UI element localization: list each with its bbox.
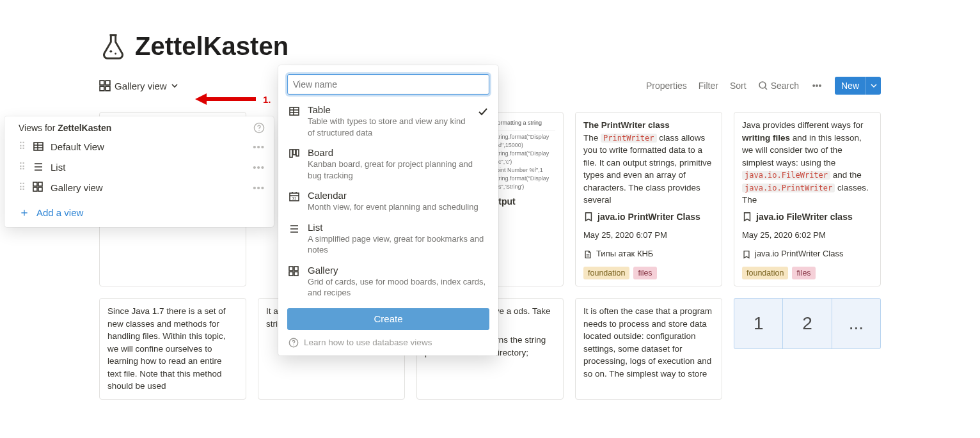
search-icon [758,81,768,91]
pager-cell[interactable]: 1 [734,299,783,348]
view-bar-actions: Properties Filter Sort Search ••• New [646,77,881,95]
option-name: Calendar [308,190,488,201]
svg-rect-10 [33,182,37,186]
svg-rect-4 [100,86,104,91]
table-icon [288,106,300,117]
views-panel-item[interactable]: ⠿ List ••• [4,157,274,177]
view-type-option[interactable]: Table Table with types to store and view… [278,100,498,143]
card-snippet: Java provides different ways for writing… [742,119,873,207]
gallery-icon [288,266,300,278]
svg-point-25 [293,345,294,345]
search-button[interactable]: Search [758,81,799,91]
board-icon [288,148,300,160]
views-panel-item[interactable]: ⠿ Gallery view ••• [4,177,274,198]
calendar-icon: 31 [288,191,300,203]
plus-icon: ＋ [19,205,30,220]
svg-rect-11 [38,182,42,186]
svg-rect-14 [290,107,299,115]
svg-rect-20 [289,267,293,270]
current-view-switcher[interactable]: Gallery view [99,80,178,91]
card-date: May 25, 2020 6:02 PM [742,230,873,242]
footer-label: Learn how to use database views [304,338,432,347]
svg-rect-13 [38,187,42,191]
properties-link[interactable]: Properties [646,81,687,91]
option-desc: Month view, for event planning and sched… [308,201,488,213]
svg-rect-21 [294,267,298,270]
pager-cell[interactable]: ... [832,299,880,348]
gallery-card[interactable]: It is often the case that a program need… [575,298,722,400]
card-date: May 25, 2020 6:07 PM [583,230,714,242]
card-snippet: The PrintWriter class allows you to writ… [583,132,714,207]
option-name: List [308,222,488,233]
add-view-button[interactable]: ＋ Add a view [4,198,274,227]
card-link: Типы атак КНБ [583,248,714,260]
table-icon [33,141,44,152]
create-view-label: Create [374,313,402,324]
card-title: java.io PrintWriter Class [583,210,714,223]
view-type-option[interactable]: Gallery Grid of cards, use for mood boar… [278,260,498,303]
option-desc: Kanban board, great for project planning… [308,159,488,181]
drag-handle-icon[interactable]: ⠿ [19,182,26,193]
pager-cell[interactable]: 2 [783,299,832,348]
views-panel-title-prefix: Views for [19,123,58,133]
help-icon [288,338,299,348]
svg-rect-5 [106,86,110,91]
gallery-card[interactable]: Java provides different ways for writing… [734,112,881,286]
views-panel-header: Views for ZettelKasten [4,116,274,136]
views-panel-item[interactable]: ⠿ Default View ••• [4,136,274,157]
filter-link[interactable]: Filter [699,81,718,91]
view-type-panel: Table Table with types to store and view… [278,65,498,356]
views-panel-title-name: ZettelKasten [58,123,111,133]
option-desc: Table with types to store and view any k… [308,116,470,138]
doc-icon [583,250,592,259]
help-icon[interactable] [253,122,265,134]
gallery-icon [99,80,111,91]
gallery-card[interactable]: The PrintWriter classThe PrintWriter cla… [575,112,722,286]
option-desc: Grid of cards, use for mood boards, inde… [308,276,488,299]
svg-rect-16 [293,150,296,155]
page-title: ZettelKasten [135,32,288,61]
option-desc: A simplified page view, great for bookma… [308,233,488,256]
current-view-label: Gallery view [115,81,167,91]
option-name: Table [308,104,470,115]
card-snippet: The PrintWriter class [583,119,714,132]
list-icon [33,161,44,173]
svg-rect-3 [106,81,110,85]
gallery-icon [33,182,44,193]
type-panel-footer[interactable]: Learn how to use database views [278,334,498,349]
svg-point-1 [115,52,116,54]
view-type-option[interactable]: 31 Calendar Month view, for event planni… [278,185,498,217]
view-type-option[interactable]: Board Kanban board, great for project pl… [278,143,498,185]
drag-handle-icon[interactable]: ⠿ [19,141,26,152]
chevron-down-icon [171,82,178,90]
svg-point-0 [110,50,113,52]
more-menu-button[interactable]: ••• [810,81,823,91]
add-view-label: Add a view [36,207,83,218]
card-title: java.io FileWriter class [742,210,873,223]
bookmark-icon [583,212,594,222]
create-view-button[interactable]: Create [287,308,489,330]
svg-rect-2 [100,81,104,85]
new-dropdown-button[interactable] [865,77,881,95]
card-snippet: Since Java 1.7 there is a set of new cla… [107,305,238,393]
card-snippet: It is often the case that a program need… [583,305,714,380]
new-button-label: New [835,81,865,91]
new-button[interactable]: New [835,77,881,95]
card-link: java.io PrintWriter Class [742,248,873,260]
view-item-label: List [51,162,65,173]
svg-rect-15 [290,150,292,157]
svg-point-6 [759,82,766,88]
gallery-card[interactable]: Since Java 1.7 there is a set of new cla… [99,298,246,400]
view-item-more-button[interactable]: ••• [253,182,265,193]
svg-point-8 [258,130,260,131]
sort-link[interactable]: Sort [730,81,747,91]
view-item-more-button[interactable]: ••• [253,141,265,152]
search-label: Search [771,81,799,91]
view-item-more-button[interactable]: ••• [253,162,265,173]
drag-handle-icon[interactable]: ⠿ [19,161,26,173]
view-name-input[interactable] [287,74,489,95]
svg-rect-12 [33,187,37,191]
view-type-option[interactable]: List A simplified page view, great for b… [278,217,498,260]
tag-pill: files [792,267,815,279]
flask-icon [99,33,127,61]
